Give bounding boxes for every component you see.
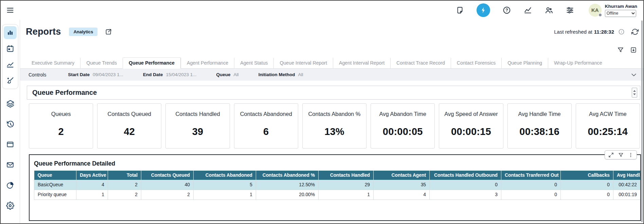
page-header: Reports Analytics Last refreshed at 11:2… [20, 20, 643, 41]
sidebar-item-calendar[interactable] [4, 42, 17, 55]
sidebar-item-metrics[interactable] [4, 58, 17, 71]
tab-contact-forensics[interactable]: Contact Forensics [451, 58, 501, 68]
tab-contract-trace-record[interactable]: Contract Trace Record [390, 58, 451, 68]
sidebar-item-layers[interactable] [4, 97, 17, 110]
tab-queue-interval-report[interactable]: Queue Interval Report [273, 58, 333, 68]
kpi-label: Avg Abandon Time [371, 111, 434, 117]
lightning-icon[interactable] [477, 3, 490, 17]
cell: 0 [501, 180, 561, 190]
sidebar-item-dashboards[interactable] [4, 179, 17, 192]
caret-down-icon [633, 93, 636, 95]
sidebar-group-analytics [2, 24, 18, 89]
col-queue[interactable]: Queue [34, 171, 76, 180]
tab-executive-summary[interactable]: Executive Summary [26, 58, 80, 68]
tab-agent-performance[interactable]: Agent Performance [181, 58, 234, 68]
mail-icon [6, 161, 14, 169]
avatar[interactable]: KA [589, 4, 602, 17]
history-icon [6, 120, 15, 128]
sidebar-item-reports[interactable] [4, 26, 17, 39]
tab-queue-trends[interactable]: Queue Trends [80, 58, 123, 68]
main-content: Reports Analytics Last refreshed at 11:2… [20, 20, 643, 223]
control-value: 09/04/2023 1... [93, 72, 123, 77]
cell: 2 [108, 180, 141, 190]
last-refreshed: Last refreshed at 11:28:32 i [554, 28, 639, 35]
cell: Priority queue [34, 190, 76, 200]
kpi-value: 13% [303, 126, 366, 137]
kpi-card-avg-acw-time: Avg ACW Time 00:25:14 [576, 103, 640, 149]
tab-agent-status[interactable]: Agent Status [234, 58, 273, 68]
status-select[interactable]: Offline [605, 10, 636, 17]
control-initiation-method[interactable]: Initiation Method All [258, 72, 303, 77]
panel-title: Queue Performance Detailed [30, 155, 640, 167]
hamburger-menu-icon[interactable] [6, 6, 14, 14]
sliders-icon[interactable] [566, 6, 574, 15]
control-end-date[interactable]: End Date 15/04/2023 1... [143, 72, 197, 77]
sidebar-item-window[interactable] [4, 138, 17, 151]
cell: 29 [319, 180, 374, 190]
avatar-initials: KA [591, 7, 599, 13]
users-icon[interactable] [544, 6, 553, 15]
kpi-label: Contacts Handled [166, 111, 229, 117]
filter-icon[interactable] [617, 46, 624, 54]
col-contacts-abandoned-pct[interactable]: Contacts Abandoned % [256, 171, 319, 180]
tab-queue-performance[interactable]: Queue Performance [123, 57, 181, 69]
sidebar-item-design[interactable] [4, 74, 17, 87]
help-icon[interactable]: ? [502, 6, 511, 15]
controls-title: Controls [29, 72, 46, 77]
cell: 5 [194, 180, 256, 190]
col-contacts-queued[interactable]: Contacts Queued [141, 171, 194, 180]
col-contacts-handled-outbound[interactable]: Contacts Handled Outbound [430, 171, 501, 180]
control-label: Initiation Method [258, 72, 295, 77]
window-icon [6, 140, 14, 149]
kpi-card-contacts-handled: Contacts Handled 39 [165, 103, 230, 149]
filter-icon[interactable] [618, 152, 624, 158]
info-icon[interactable]: i [618, 29, 625, 35]
col-avg-handle[interactable]: Avg Handl.. [613, 171, 641, 180]
control-start-date[interactable]: Start Date 09/04/2023 1... [68, 72, 123, 77]
cell: 0 [501, 190, 561, 200]
report-utilities [20, 46, 643, 54]
tab-wrap-up-performance[interactable]: Wrap-Up Performance [548, 58, 608, 68]
control-queue[interactable]: Queue All [216, 72, 239, 77]
sidebar-item-mail[interactable] [4, 158, 17, 171]
kpi-label: Avg Handle Time [508, 111, 571, 117]
export-download-icon[interactable] [630, 46, 637, 54]
cell: 00:01:19 [613, 190, 641, 200]
col-contacts-handled[interactable]: Contacts Handled [319, 171, 374, 180]
sidebar-secondary [4, 97, 17, 212]
col-contacts-agent[interactable]: Contacts Agent [374, 171, 430, 180]
kpi-card-queues: Queues 2 [29, 103, 93, 149]
kebab-menu-icon[interactable] [628, 152, 633, 158]
table-row[interactable]: BasicQueue 4 2 40 5 12.50% 29 35 0 0 0 0… [34, 180, 641, 190]
tab-agent-interval-report[interactable]: Agent Interval Report [333, 58, 390, 68]
kpi-label: Contacts Abandon % [303, 111, 366, 117]
sidebar-item-settings[interactable] [4, 199, 17, 212]
col-contacts-tranferred-out[interactable]: Contacts Tranferred Out [501, 171, 561, 180]
chevron-down-icon[interactable] [630, 71, 637, 78]
refresh-icon[interactable] [631, 28, 639, 35]
table-wrap: Queue Days Active Total Contacts Queued … [34, 171, 640, 200]
col-days-active[interactable]: Days Active [76, 171, 108, 180]
col-callbacks[interactable]: Callbacks [561, 171, 613, 180]
section-spinner[interactable] [632, 88, 637, 98]
col-contacts-abandoned[interactable]: Contacts Abandoned [194, 171, 256, 180]
tab-queue-planning[interactable]: Queue Planning [501, 58, 548, 68]
note-icon[interactable] [455, 6, 464, 15]
caret-up-icon [633, 90, 636, 92]
metrics-icon[interactable] [523, 6, 532, 15]
kpi-card-avg-speed-of-answer: Avg Speed of Answer 00:00:15 [439, 103, 503, 149]
col-total[interactable]: Total [108, 171, 141, 180]
table-header-row: Queue Days Active Total Contacts Queued … [34, 171, 641, 180]
last-refreshed-label: Last refreshed at [554, 29, 592, 35]
table-row[interactable]: Priority queue 1 2 2 1 20.00% 1 4 3 0 0 … [34, 190, 641, 200]
kpi-value: 39 [166, 126, 229, 137]
cell: BasicQueue [34, 180, 76, 190]
sidebar-item-history[interactable] [4, 118, 17, 131]
external-link-icon[interactable] [105, 28, 112, 35]
vertical-scrollbar[interactable] [641, 20, 643, 222]
gear-icon [6, 202, 14, 210]
cell: 0 [430, 180, 501, 190]
kpi-value: 6 [234, 126, 298, 137]
kpi-label: Avg Speed of Answer [439, 111, 503, 117]
expand-icon[interactable] [608, 152, 614, 158]
